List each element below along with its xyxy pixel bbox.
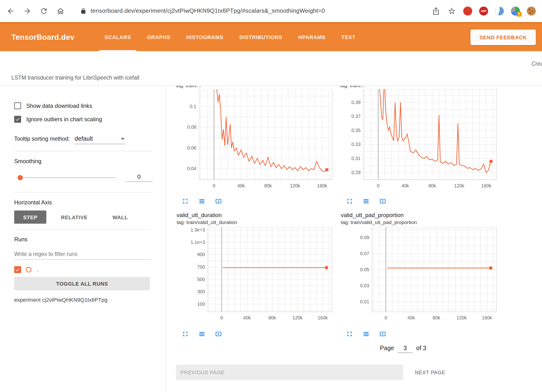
page-label: Page	[380, 345, 394, 352]
svg-text:1.3e+3: 1.3e+3	[190, 227, 205, 232]
smoothing-slider[interactable]	[18, 177, 116, 178]
fit-domain-icon[interactable]	[379, 330, 386, 338]
horizontal-axis-label: Horizontal Axis	[14, 198, 166, 207]
svg-text:40k: 40k	[243, 315, 251, 320]
svg-text:40k: 40k	[401, 183, 409, 188]
horizontal-lines-icon[interactable]	[362, 197, 370, 205]
run-checkbox[interactable]	[14, 266, 21, 273]
tab-graphs[interactable]: GRAPHS	[139, 23, 178, 51]
fullscreen-icon[interactable]	[181, 197, 189, 205]
svg-text:0.03: 0.03	[360, 283, 369, 288]
runs-label: Runs	[14, 235, 166, 243]
run-row: .	[14, 265, 166, 274]
chart-tag: tag: train/valid_utt_duration	[177, 219, 338, 225]
clipped-chart-header: tag: train/...	[176, 86, 338, 89]
fullscreen-icon[interactable]	[346, 330, 353, 338]
nav-tabs: SCALARS GRAPHS HISTOGRAMS DISTRIBUTIONS …	[97, 23, 363, 51]
experiment-id: experiment cj2vtPiwQHKN9Q1tx6PTpg	[14, 297, 166, 303]
svg-text:0.35: 0.35	[352, 128, 361, 133]
svg-text:120k: 120k	[292, 315, 302, 320]
svg-text:160k: 160k	[482, 315, 492, 320]
chart-canvas[interactable]: 0.10.080.060.04040k80k120k160k	[176, 89, 338, 193]
ignore-outliers-row: Ignore outliers in chart scaling	[14, 115, 166, 124]
runs-filter-input[interactable]	[14, 249, 152, 260]
next-page-button[interactable]: NEXT PAGE	[413, 369, 447, 375]
bookmark-star-icon[interactable]	[447, 6, 456, 16]
chart-grid-row1: tag: train/... 0.10.080.060.04040k80k120…	[176, 86, 542, 339]
chart-title: valid_utt_duration	[177, 212, 338, 218]
settings-sidebar: Show data download links Ignore outliers…	[0, 86, 166, 392]
previous-page-button[interactable]: PREVIOUS PAGE	[176, 365, 403, 380]
smoothing-label: Smoothing	[14, 157, 166, 165]
svg-text:0: 0	[385, 315, 387, 320]
svg-text:0.31: 0.31	[352, 156, 361, 161]
chart-card-1: tag: train/... 0.10.080.060.04040k80k120…	[176, 86, 338, 206]
tab-hparams[interactable]: HPARAMS	[290, 23, 333, 51]
divider	[14, 229, 152, 230]
run-name: .	[37, 266, 38, 273]
chart-canvas[interactable]: 1.3e+31.1e+3900700500300100040k80k120k16…	[176, 227, 338, 326]
tooltip-sorting-dropdown[interactable]: default	[75, 135, 125, 144]
svg-text:160k: 160k	[481, 183, 491, 188]
checkbox-label: Ignore outliers in chart scaling	[26, 116, 102, 122]
run-color-swatch	[26, 267, 31, 272]
browser-window: tensorboard.dev/experiment/cj2vtPiwQHKN9…	[0, 0, 542, 392]
smoothing-value-input[interactable]: 0	[126, 173, 153, 182]
page-number-input[interactable]: 3	[398, 345, 413, 353]
chart-actions	[176, 197, 338, 206]
fullscreen-icon[interactable]	[346, 197, 353, 205]
chart-canvas[interactable]: 0.390.370.350.330.310.29040k80k120k160k	[340, 89, 503, 193]
svg-text:0: 0	[377, 183, 380, 188]
chart-actions	[340, 329, 503, 339]
notification-badge: 1	[517, 12, 522, 17]
cookie-extension-icon[interactable]	[527, 6, 536, 16]
share-icon[interactable]	[431, 6, 440, 16]
send-feedback-button[interactable]: SEND FEEDBACK	[471, 29, 536, 45]
fullscreen-icon[interactable]	[181, 330, 189, 338]
ignore-outliers-checkbox[interactable]	[14, 116, 21, 123]
tab-scalars[interactable]: SCALARS	[97, 23, 139, 51]
show-download-links-row: Show data download links	[14, 101, 166, 110]
fit-domain-icon[interactable]	[379, 197, 386, 205]
svg-text:0.09: 0.09	[360, 235, 369, 240]
toggle-all-runs-button[interactable]: TOGGLE ALL RUNS	[14, 277, 150, 290]
chart-card-valid-utt-duration: valid_utt_duration tag: train/valid_utt_…	[176, 212, 338, 338]
profile-avatar-icon[interactable]: 1	[511, 6, 520, 16]
chart-canvas[interactable]: 0.090.070.050.030.01040k80k120k160k	[340, 227, 503, 326]
tab-distributions[interactable]: DISTRIBUTIONS	[231, 23, 290, 51]
svg-text:160k: 160k	[317, 183, 327, 188]
svg-text:0: 0	[213, 183, 215, 188]
horizontal-lines-icon[interactable]	[362, 330, 370, 338]
adblock-extension-icon[interactable]	[463, 6, 472, 16]
fit-domain-icon[interactable]	[215, 197, 222, 205]
tab-text[interactable]: TEXT	[334, 23, 363, 51]
axis-wall-button[interactable]: WALL	[105, 211, 135, 224]
chart-tag: tag: train/valid_utt_pad_proportion	[341, 219, 503, 225]
divider	[14, 192, 152, 192]
horizontal-lines-icon[interactable]	[198, 197, 206, 205]
svg-text:0.08: 0.08	[187, 124, 196, 130]
forward-icon[interactable]	[23, 6, 32, 16]
tab-histograms[interactable]: HISTOGRAMS	[178, 23, 231, 51]
slider-thumb[interactable]	[18, 175, 23, 180]
svg-text:80k: 80k	[268, 315, 276, 320]
axis-step-button[interactable]: STEP	[14, 211, 46, 224]
pie-extension-icon[interactable]	[495, 6, 504, 16]
page-total-label: of 3	[416, 345, 426, 352]
svg-text:300: 300	[197, 289, 205, 294]
svg-text:40k: 40k	[237, 183, 245, 188]
horizontal-lines-icon[interactable]	[198, 330, 206, 338]
abp-extension-icon[interactable]: ABP	[479, 6, 488, 16]
reload-icon[interactable]	[39, 6, 48, 16]
svg-text:900: 900	[197, 252, 205, 257]
tensorboard-logo[interactable]: TensorBoard.dev	[12, 33, 75, 42]
address-bar[interactable]: tensorboard.dev/experiment/cj2vtPiwQHKN9…	[80, 8, 425, 15]
fit-domain-icon[interactable]	[215, 330, 222, 338]
back-icon[interactable]	[6, 6, 15, 16]
dropdown-value: default	[75, 135, 93, 142]
show-download-links-checkbox[interactable]	[14, 102, 21, 109]
axis-relative-button[interactable]: RELATIVE	[53, 211, 95, 224]
home-icon[interactable]	[56, 6, 65, 16]
clipped-chart-header: tag: train/...	[340, 86, 503, 89]
lock-icon	[80, 8, 86, 14]
